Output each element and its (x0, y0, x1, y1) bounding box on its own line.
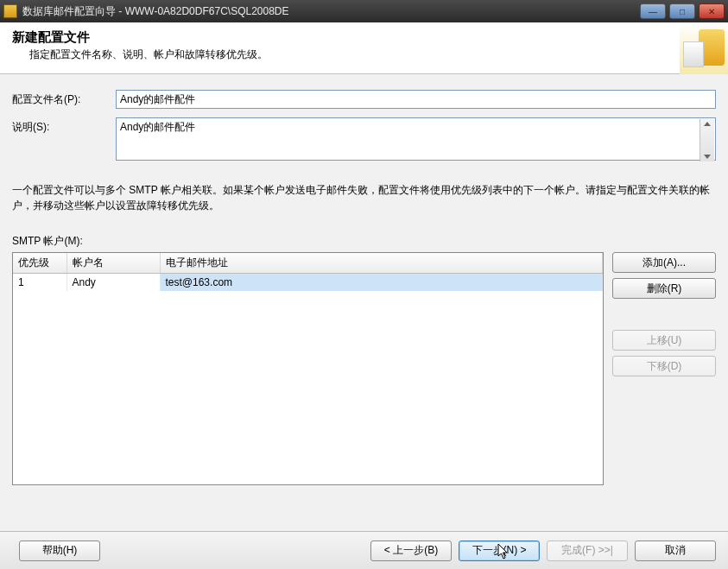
scrollbar[interactable] (700, 119, 714, 161)
move-up-button[interactable]: 上移(U) (612, 330, 716, 351)
profile-name-label: 配置文件名(P): (12, 90, 116, 107)
minimize-button[interactable]: — (640, 3, 666, 19)
close-icon: ✕ (708, 7, 715, 16)
cell-priority: 1 (13, 274, 66, 292)
app-icon (3, 4, 17, 18)
smtp-accounts-label: SMTP 帐户(M): (12, 234, 716, 249)
info-text: 一个配置文件可以与多个 SMTP 帐户相关联。如果某个帐户发送电子邮件失败，配置… (12, 182, 716, 213)
smtp-accounts-table-wrap: 优先级 帐户名 电子邮件地址 1 Andy test@163.com (12, 252, 604, 485)
cancel-button[interactable]: 取消 (635, 541, 716, 561)
wizard-footer: 帮助(H) < 上一步(B) 下一步(N) > 完成(F) >>| 取消 (0, 531, 728, 569)
next-button[interactable]: 下一步(N) > (459, 541, 540, 561)
page-subtitle: 指定配置文件名称、说明、帐户和故障转移优先级。 (29, 47, 716, 62)
titlebar: 数据库邮件配置向导 - WWW-0A82D0DF67C\SQL2008DE — … (0, 0, 728, 22)
side-buttons: 添加(A)... 删除(R) 上移(U) 下移(D) (612, 252, 716, 485)
description-label: 说明(S): (12, 117, 116, 135)
window-controls: — □ ✕ (640, 3, 725, 19)
close-button[interactable]: ✕ (699, 3, 725, 19)
col-account[interactable]: 帐户名 (66, 253, 160, 274)
smtp-accounts-table[interactable]: 优先级 帐户名 电子邮件地址 1 Andy test@163.com (13, 253, 603, 291)
smtp-accounts-area: 优先级 帐户名 电子邮件地址 1 Andy test@163.com 添加(A)… (12, 252, 716, 485)
description-input[interactable] (116, 117, 716, 161)
col-priority[interactable]: 优先级 (13, 253, 66, 274)
page-title: 新建配置文件 (12, 29, 716, 46)
minimize-icon: — (649, 7, 657, 16)
maximize-icon: □ (680, 7, 685, 16)
wizard-header: 新建配置文件 指定配置文件名称、说明、帐户和故障转移优先级。 (0, 22, 728, 74)
table-row[interactable]: 1 Andy test@163.com (13, 274, 603, 292)
table-header-row: 优先级 帐户名 电子邮件地址 (13, 253, 603, 274)
move-down-button[interactable]: 下移(D) (612, 356, 716, 376)
wizard-header-icon (680, 22, 728, 74)
profile-name-input[interactable] (116, 90, 716, 109)
description-wrap (116, 117, 716, 163)
back-button[interactable]: < 上一步(B) (370, 541, 452, 561)
remove-button[interactable]: 删除(R) (612, 278, 716, 299)
col-email[interactable]: 电子邮件地址 (160, 253, 603, 274)
finish-button[interactable]: 完成(F) >>| (547, 541, 628, 561)
side-gap (612, 304, 716, 325)
add-button[interactable]: 添加(A)... (612, 252, 716, 273)
maximize-button[interactable]: □ (669, 3, 695, 19)
cell-email: test@163.com (160, 274, 603, 292)
wizard-content: 配置文件名(P): 说明(S): 一个配置文件可以与多个 SMTP 帐户相关联。… (0, 74, 728, 531)
description-row: 说明(S): (12, 117, 716, 163)
cell-account: Andy (66, 274, 160, 292)
help-button[interactable]: 帮助(H) (19, 541, 100, 561)
profile-name-row: 配置文件名(P): (12, 90, 716, 109)
window-title: 数据库邮件配置向导 - WWW-0A82D0DF67C\SQL2008DE (22, 4, 640, 19)
